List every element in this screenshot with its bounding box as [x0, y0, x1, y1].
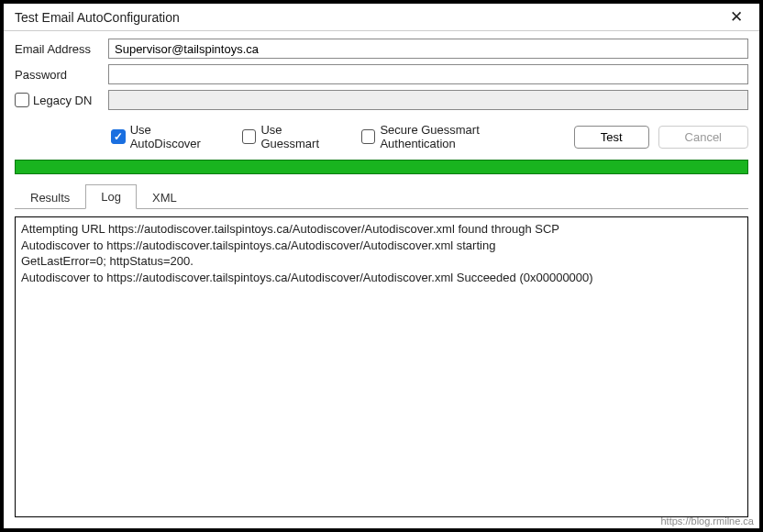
tab-log[interactable]: Log — [85, 184, 137, 209]
tab-strip: Results Log XML — [15, 183, 748, 209]
titlebar: Test Email AutoConfiguration ✕ — [4, 4, 759, 31]
cancel-button: Cancel — [658, 126, 748, 149]
opt-guessmart[interactable]: Use Guessmart — [242, 123, 343, 150]
email-input[interactable] — [108, 39, 748, 59]
password-label: Password — [15, 68, 108, 82]
secure-guessmart-label: Secure Guessmart Authentication — [380, 123, 555, 150]
row-legacy-dn: Legacy DN — [15, 90, 748, 110]
log-output[interactable]: Attempting URL https://autodiscover.tail… — [15, 216, 748, 517]
opt-autodiscover[interactable]: ✓ Use AutoDiscover — [111, 123, 224, 150]
email-label: Email Address — [15, 42, 108, 56]
close-icon[interactable]: ✕ — [723, 7, 750, 27]
tab-results[interactable]: Results — [15, 185, 85, 209]
form-area: Email Address Password Legacy DN — [4, 31, 759, 121]
guessmart-checkbox[interactable] — [242, 129, 257, 144]
tabs-area: Results Log XML Attempting URL https://a… — [4, 183, 759, 528]
tab-xml[interactable]: XML — [137, 185, 193, 209]
autodiscover-checkbox[interactable]: ✓ — [111, 129, 126, 144]
guessmart-label: Use Guessmart — [260, 123, 342, 150]
password-input[interactable] — [108, 64, 748, 84]
dialog-window: Test Email AutoConfiguration ✕ Email Add… — [0, 0, 763, 532]
secure-guessmart-checkbox[interactable] — [361, 129, 376, 144]
legacy-dn-input — [108, 90, 748, 110]
progress-bar — [15, 160, 748, 174]
window-title: Test Email AutoConfiguration — [15, 10, 180, 25]
autodiscover-label: Use AutoDiscover — [130, 123, 224, 150]
test-button[interactable]: Test — [574, 126, 649, 149]
legacy-dn-checkbox[interactable] — [15, 93, 29, 107]
options-row: ✓ Use AutoDiscover Use Guessmart Secure … — [4, 121, 759, 160]
legacy-dn-label: Legacy DN — [33, 94, 92, 107]
row-password: Password — [15, 64, 748, 84]
row-email: Email Address — [15, 39, 748, 59]
opt-secure-guessmart[interactable]: Secure Guessmart Authentication — [361, 123, 556, 150]
